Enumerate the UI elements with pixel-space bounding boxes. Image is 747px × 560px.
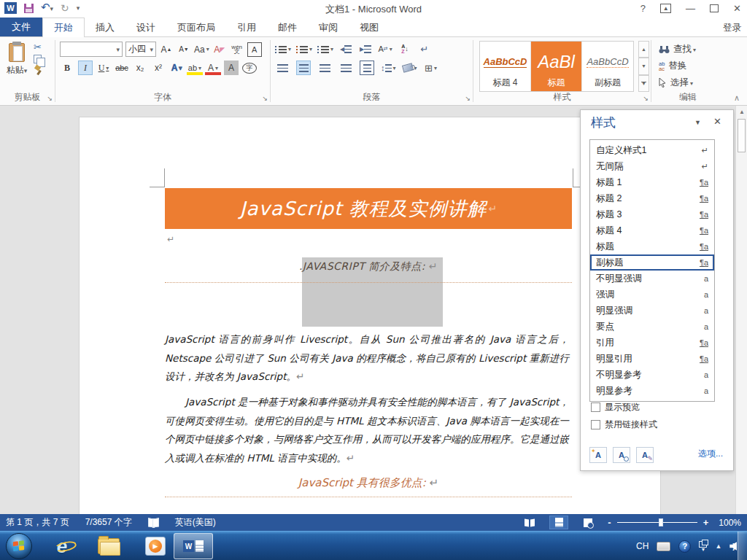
tab-insert[interactable]: 插入 bbox=[85, 18, 125, 37]
zoom-slider-thumb[interactable] bbox=[659, 518, 663, 526]
help-icon[interactable]: ? bbox=[640, 3, 646, 14]
display-tray-icon[interactable]: ▼ bbox=[699, 541, 707, 552]
style-item[interactable]: 明显参考a bbox=[590, 383, 714, 399]
shrink-font-button[interactable]: A▼ bbox=[177, 42, 191, 57]
document-heading-1[interactable]: .JAVASCRIPT 简介及特点: ↵ bbox=[165, 260, 572, 273]
strikethrough-button[interactable]: abc bbox=[115, 61, 129, 75]
format-painter-icon[interactable] bbox=[34, 66, 42, 74]
show-marks-button[interactable]: ↵ bbox=[417, 42, 432, 56]
tab-file[interactable]: 文件 bbox=[0, 18, 42, 36]
tab-design[interactable]: 设计 bbox=[125, 18, 166, 37]
sort-button[interactable]: AZ↓ bbox=[398, 42, 412, 56]
cut-icon[interactable]: ✂ bbox=[34, 42, 42, 52]
style-item-selected[interactable]: 副标题¶a bbox=[590, 254, 714, 271]
align-center-button-active[interactable] bbox=[296, 61, 311, 75]
word-count[interactable]: 7/3657 个字 bbox=[85, 516, 132, 529]
gallery-scroll-up-icon[interactable]: ▲ bbox=[638, 41, 649, 58]
gallery-scroll-down-icon[interactable]: ▼ bbox=[638, 58, 649, 74]
multilevel-list-button[interactable] bbox=[317, 42, 333, 56]
pane-menu-icon[interactable]: ▼ bbox=[694, 119, 701, 126]
checkbox-icon[interactable] bbox=[591, 420, 600, 429]
line-spacing-button[interactable]: ↕ bbox=[381, 61, 396, 75]
font-color-button[interactable]: A bbox=[206, 61, 220, 75]
style-item[interactable]: 不明显参考a bbox=[590, 367, 714, 383]
new-style-button[interactable]: ✦A bbox=[589, 447, 607, 463]
change-case-button[interactable]: Aa bbox=[194, 42, 209, 57]
style-item[interactable]: 标题¶a bbox=[590, 238, 714, 254]
character-border-button[interactable]: A bbox=[247, 42, 262, 57]
clipboard-dialog-launcher-icon[interactable]: ↘ bbox=[47, 95, 53, 102]
help-tray-icon[interactable]: ? bbox=[678, 540, 691, 553]
text-effects-button[interactable]: A bbox=[169, 61, 184, 75]
asian-layout-button[interactable]: A⇄ bbox=[378, 42, 392, 56]
style-thumb-title[interactable]: AaBl 标题 bbox=[531, 42, 582, 91]
internet-explorer-button[interactable]: e bbox=[50, 534, 74, 558]
zoom-in-button[interactable]: + bbox=[703, 517, 709, 528]
word-taskbar-button[interactable]: W bbox=[174, 533, 213, 559]
style-item[interactable]: 明显引用¶a bbox=[590, 351, 714, 367]
replace-button[interactable]: abac 替换 bbox=[659, 60, 696, 72]
scroll-up-icon[interactable]: ▲ bbox=[738, 108, 746, 117]
show-preview-checkbox[interactable]: 显示预览 bbox=[591, 401, 640, 413]
pane-close-icon[interactable]: ✕ bbox=[713, 116, 721, 127]
checkbox-icon[interactable] bbox=[591, 402, 600, 412]
subscript-button[interactable]: x₂ bbox=[133, 61, 147, 75]
bold-button[interactable]: B bbox=[60, 61, 74, 75]
page-indicator[interactable]: 第 1 页，共 7 页 bbox=[6, 516, 69, 529]
distributed-button[interactable] bbox=[360, 61, 374, 75]
align-right-button[interactable] bbox=[317, 61, 332, 75]
tab-view[interactable]: 视图 bbox=[349, 18, 390, 37]
options-link[interactable]: 选项... bbox=[698, 448, 723, 460]
font-dialog-launcher-icon[interactable]: ↘ bbox=[262, 95, 268, 102]
collapse-ribbon-icon[interactable]: ∧ bbox=[734, 93, 740, 103]
tab-mailings[interactable]: 邮件 bbox=[267, 18, 308, 37]
tab-page-layout[interactable]: 页面布局 bbox=[166, 18, 226, 37]
underline-button[interactable]: U bbox=[96, 61, 111, 75]
proofing-icon[interactable] bbox=[148, 518, 159, 526]
grow-font-button[interactable]: A▲ bbox=[159, 42, 174, 57]
style-item[interactable]: 自定义样式1↵ bbox=[590, 142, 714, 158]
document-title-banner[interactable]: JavaScript 教程及实例讲解 ↵ bbox=[165, 188, 572, 229]
disable-linked-styles-checkbox[interactable]: 禁用链接样式 bbox=[591, 419, 657, 431]
style-item[interactable]: 明显强调a bbox=[590, 303, 714, 319]
find-button[interactable]: 查找 bbox=[659, 43, 696, 55]
font-size-dropdown-icon[interactable] bbox=[150, 46, 153, 53]
zoom-out-button[interactable]: - bbox=[608, 517, 611, 528]
italic-button-active[interactable]: I bbox=[78, 61, 93, 75]
justify-button[interactable] bbox=[338, 61, 353, 75]
document-scrollbar[interactable]: ▲ bbox=[735, 106, 747, 514]
highlight-color-button[interactable]: ab bbox=[187, 61, 202, 75]
web-layout-button[interactable] bbox=[578, 516, 597, 529]
language-indicator[interactable]: 英语(美国) bbox=[175, 516, 216, 529]
document-page[interactable]: JavaScript 教程及实例讲解 ↵ ↵ .JAVASCRIPT 简介及特点… bbox=[79, 117, 661, 514]
style-item[interactable]: 要点a bbox=[590, 319, 714, 335]
zoom-percentage[interactable]: 100% bbox=[719, 518, 741, 528]
style-item[interactable]: 引用¶a bbox=[590, 335, 714, 351]
style-item[interactable]: 强调a bbox=[590, 287, 714, 303]
character-shading-button[interactable]: A bbox=[224, 61, 239, 75]
enclose-characters-button[interactable]: 字 bbox=[242, 63, 257, 74]
shading-button[interactable] bbox=[403, 61, 417, 75]
select-button[interactable]: 选择 bbox=[659, 77, 696, 89]
tab-review[interactable]: 审阅 bbox=[308, 18, 349, 37]
ribbon-display-options-icon[interactable]: ▲ bbox=[660, 4, 671, 13]
language-tray-indicator[interactable]: CH bbox=[636, 541, 649, 551]
style-item[interactable]: 无间隔↵ bbox=[590, 158, 714, 174]
start-button[interactable] bbox=[6, 533, 32, 559]
style-item[interactable]: 标题 3¶a bbox=[590, 206, 714, 222]
tab-home[interactable]: 开始 bbox=[42, 18, 85, 37]
close-button[interactable]: ✕ bbox=[733, 3, 741, 14]
superscript-button[interactable]: x² bbox=[151, 61, 166, 75]
style-thumb-heading4[interactable]: AaBbCcD 标题 4 bbox=[480, 42, 531, 91]
decrease-indent-button[interactable]: ◀ bbox=[338, 42, 353, 56]
style-thumb-subtitle[interactable]: AaBbCcD 副标题 bbox=[582, 42, 633, 91]
document-paragraph-2[interactable]: JavaScript 是一种基于对象和事件驱动并具有安全性能的脚本语言，有了 J… bbox=[165, 393, 569, 467]
zoom-slider[interactable] bbox=[617, 522, 697, 523]
show-hidden-icons-button[interactable]: ▲ bbox=[715, 542, 721, 550]
copy-icon[interactable] bbox=[34, 55, 42, 63]
volume-tray-icon[interactable]: ) bbox=[729, 542, 735, 551]
borders-button[interactable]: ⊞ bbox=[424, 61, 438, 75]
restore-button[interactable] bbox=[710, 4, 719, 12]
print-layout-button-active[interactable] bbox=[549, 516, 568, 529]
read-mode-button[interactable] bbox=[520, 516, 539, 529]
